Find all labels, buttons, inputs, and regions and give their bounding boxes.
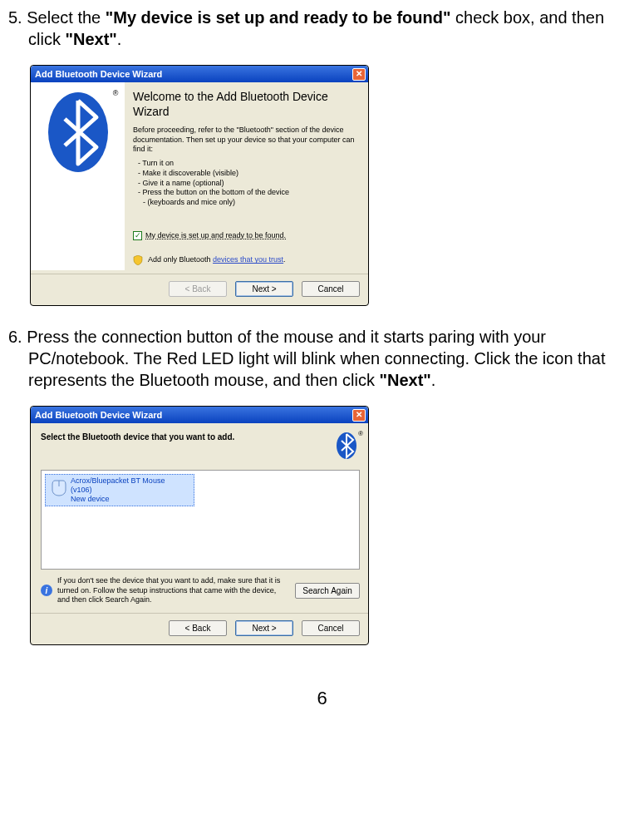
bluetooth-logo-panel: ®	[31, 82, 125, 270]
trust-post: .	[283, 255, 286, 264]
device-version: (v106)	[71, 486, 165, 495]
trust-pre: Add only Bluetooth	[148, 255, 213, 264]
device-list: Acrox/Bluepacket BT Mouse (v106) New dev…	[41, 470, 360, 570]
device-item[interactable]: Acrox/Bluepacket BT Mouse (v106) New dev…	[45, 474, 194, 506]
bluetooth-icon	[40, 91, 116, 174]
step-5-text: 5. Select the "My device is set up and r…	[8, 7, 636, 50]
search-again-button[interactable]: Search Again	[295, 583, 360, 599]
back-button: < Back	[169, 281, 227, 297]
bluetooth-icon: ®	[335, 432, 360, 460]
dialog-title: Add Bluetooth Device Wizard	[33, 409, 352, 421]
wizard-dialog-select-device: Add Bluetooth Device Wizard ✕ Select the…	[30, 406, 369, 645]
dialog-title: Add Bluetooth Device Wizard	[33, 68, 352, 80]
step5-bold1: "My device is set up and ready to be fou…	[106, 8, 451, 27]
trust-link[interactable]: devices that you trust	[213, 255, 283, 264]
hint-text: If you don't see the device that you wan…	[57, 576, 290, 604]
info-icon: i	[41, 585, 52, 596]
bullet-1: Turn it on	[138, 159, 360, 169]
bullet-4-sub: (keyboards and mice only)	[138, 198, 360, 208]
checkbox-icon[interactable]: ✓	[133, 231, 142, 240]
bullet-3: Give it a name (optional)	[138, 179, 360, 189]
next-button[interactable]: Next >	[235, 620, 293, 636]
step5-prefix: 5. Select the	[8, 8, 106, 27]
trust-warning-row: Add only Bluetooth devices that you trus…	[133, 255, 360, 265]
step-6-text: 6. Press the connection button of the mo…	[8, 326, 636, 391]
cancel-button[interactable]: Cancel	[302, 620, 360, 636]
back-button[interactable]: < Back	[169, 620, 227, 636]
registered-mark: ®	[113, 89, 119, 99]
mouse-icon	[47, 476, 71, 498]
step6-prefix: 6. Press the connection button of the mo…	[8, 328, 605, 389]
cancel-button[interactable]: Cancel	[302, 281, 360, 297]
device-ready-checkbox-row[interactable]: ✓ My device is set up and ready to be fo…	[133, 231, 360, 241]
bullet-2: Make it discoverable (visible)	[138, 169, 360, 179]
close-icon[interactable]: ✕	[352, 409, 366, 422]
step6-suffix: .	[431, 371, 436, 389]
close-icon[interactable]: ✕	[352, 68, 366, 81]
wizard-dialog-welcome: Add Bluetooth Device Wizard ✕ ® Welcome …	[30, 65, 369, 306]
titlebar: Add Bluetooth Device Wizard ✕	[31, 66, 368, 82]
setup-bullets: Turn it on Make it discoverable (visible…	[138, 159, 360, 207]
wizard-welcome-heading: Welcome to the Add Bluetooth Device Wiza…	[133, 89, 360, 119]
bullet-4: Press the button on the bottom of the de…	[138, 188, 360, 198]
checkbox-label: My device is set up and ready to be foun…	[145, 231, 286, 241]
wizard-instructions: Before proceeding, refer to the "Bluetoo…	[133, 126, 360, 154]
next-button[interactable]: Next >	[235, 281, 293, 297]
step6-bold: "Next"	[379, 371, 430, 389]
titlebar: Add Bluetooth Device Wizard ✕	[31, 407, 368, 423]
device-status: New device	[71, 495, 165, 504]
select-device-heading: Select the Bluetooth device that you wan…	[41, 432, 335, 442]
step5-suffix: .	[117, 30, 122, 48]
step5-bold2: "Next"	[65, 30, 116, 48]
shield-icon	[133, 255, 143, 265]
device-name: Acrox/Bluepacket BT Mouse	[71, 476, 165, 486]
page-number: 6	[8, 687, 636, 711]
